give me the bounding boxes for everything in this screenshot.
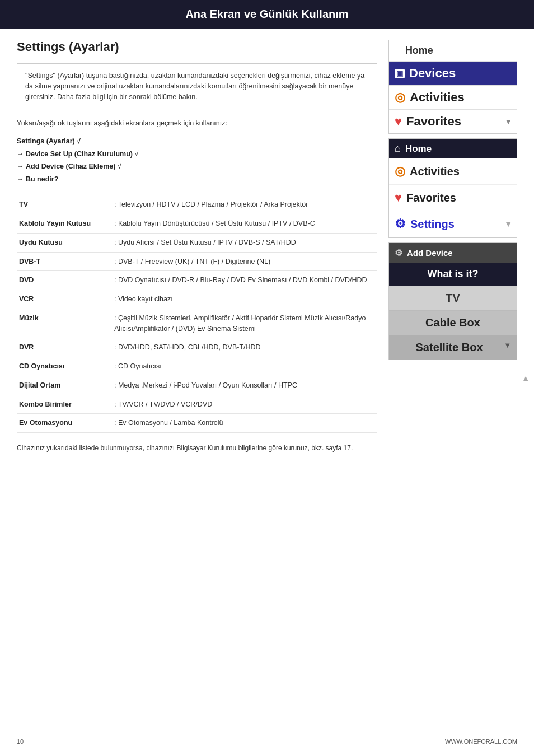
panel1-home-row[interactable]: ⌂ Home	[389, 40, 517, 62]
device-desc: : Çeşitli Müzik Sistemleri, Amplifikatör…	[112, 309, 377, 338]
chevron-down-icon-2: ▼	[504, 220, 512, 228]
panel2-activities-row[interactable]: ◎ Activities	[389, 158, 517, 185]
menu-panel-3: ⚙ Add Device What is it? TV Cable Box Sa…	[388, 242, 517, 360]
panel1-devices-row[interactable]: ▣ Devices	[389, 62, 517, 86]
favorites-icon-2: ♥	[395, 190, 402, 205]
activities-icon-2: ◎	[395, 164, 405, 179]
device-name: DVB-T	[17, 252, 112, 271]
table-row: TV : Televizyon / HDTV / LCD / Plazma / …	[17, 195, 377, 214]
panel3-add-device-row[interactable]: ⚙ Add Device	[389, 243, 517, 263]
menu-panel-2: ⌂ Home ▲ ◎ Activities ♥ Favorites ⚙ Sett…	[388, 138, 517, 238]
intro-text: "Settings" (Ayarlar) tuşuna bastığınızda…	[25, 72, 364, 101]
device-name: VCR	[17, 290, 112, 309]
right-panel: ⌂ Home ▣ Devices ◎ Activities ♥ Favorite…	[388, 40, 517, 453]
panel3-tv-label: TV	[446, 292, 460, 304]
home-icon-2: ⌂	[395, 143, 401, 155]
panel1-activities-label: Activities	[410, 90, 465, 105]
panel3-satellite-row[interactable]: Satellite Box ▼	[389, 335, 517, 360]
website: WWW.ONEFORALL.COM	[445, 738, 517, 745]
table-row: Kablolu Yayın Kutusu : Kablolu Yayın Dön…	[17, 214, 377, 234]
table-row: Müzik : Çeşitli Müzik Sistemleri, Amplif…	[17, 309, 377, 338]
table-row: DVD : DVD Oynatıcısı / DVD-R / Blu-Ray /…	[17, 271, 377, 290]
table-row: CD Oynatıcısı : CD Oynatıcısı	[17, 357, 377, 376]
panel3-what-is-it-row[interactable]: What is it?	[389, 263, 517, 286]
device-name: DVD	[17, 271, 112, 290]
menu-panel-1: ⌂ Home ▣ Devices ◎ Activities ♥ Favorite…	[388, 40, 517, 134]
device-desc: : TV/VCR / TV/DVD / VCR/DVD	[112, 395, 377, 414]
intro-box: "Settings" (Ayarlar) tuşuna bastığınızda…	[17, 63, 377, 109]
panel2-activities-label: Activities	[410, 165, 460, 178]
device-desc: : Video kayıt cihazı	[112, 290, 377, 309]
table-row: Dijital Ortam : Medya ,Merkezi / i-Pod Y…	[17, 376, 377, 395]
header-title: Ana Ekran ve Günlük Kullanım	[11, 8, 523, 21]
menu-item-device-setup: → Device Set Up (Cihaz Kurulumu) √	[17, 148, 377, 161]
table-row: DVR : DVD/HDD, SAT/HDD, CBL/HDD, DVB-T/H…	[17, 338, 377, 357]
device-name: TV	[17, 195, 112, 214]
device-name: DVR	[17, 338, 112, 357]
panel2-home-row[interactable]: ⌂ Home ▲	[389, 139, 517, 158]
chevron-down-icon-3: ▼	[504, 341, 511, 349]
table-row: Kombo Birimler : TV/VCR / TV/DVD / VCR/D…	[17, 395, 377, 414]
panel1-favorites-label: Favorites	[406, 114, 461, 129]
device-desc: : DVD/HDD, SAT/HDD, CBL/HDD, DVB-T/HDD	[112, 338, 377, 357]
device-desc: : Uydu Alıcısı / Set Üstü Kutusu / IPTV …	[112, 233, 377, 252]
panel1-favorites-row[interactable]: ♥ Favorites ▼	[389, 110, 517, 133]
panel3-cable-row[interactable]: Cable Box	[389, 311, 517, 335]
panel2-favorites-label: Favorites	[406, 192, 456, 204]
panel3-add-device-label: Add Device	[407, 248, 453, 258]
panel3-satellite-label: Satellite Box	[416, 341, 483, 353]
chevron-up-icon: ▲	[522, 374, 530, 382]
home-icon: ⌂	[395, 45, 401, 57]
menu-item-settings: Settings (Ayarlar) √	[17, 135, 377, 148]
device-desc: : Medya ,Merkezi / i-Pod Yuvaları / Oyun…	[112, 376, 377, 395]
device-desc: : DVB-T / Freeview (UK) / TNT (F) / Digi…	[112, 252, 377, 271]
device-name: Ev Otomasyonu	[17, 414, 112, 433]
panel3-what-is-it-label: What is it?	[428, 268, 479, 279]
panel2-home-label: Home	[405, 143, 432, 155]
panel2-settings-row[interactable]: ⚙ Settings ▼	[389, 211, 517, 237]
device-desc: : Televizyon / HDTV / LCD / Plazma / Pro…	[112, 195, 377, 214]
device-name: Müzik	[17, 309, 112, 338]
page-header: Ana Ekran ve Günlük Kullanım	[0, 0, 534, 29]
table-row: DVB-T : DVB-T / Freeview (UK) / TNT (F) …	[17, 252, 377, 271]
device-desc: : CD Oynatıcısı	[112, 357, 377, 376]
device-table: TV : Televizyon / HDTV / LCD / Plazma / …	[17, 195, 377, 433]
chevron-down-icon-1: ▼	[504, 117, 512, 126]
device-desc: : Ev Otomasyonu / Lamba Kontrolü	[112, 414, 377, 433]
panel2-settings-label: Settings	[410, 218, 455, 231]
nav-instruction: Yukarı/aşağı ok tuşlarını aşağıdaki ekra…	[17, 119, 377, 127]
device-desc: : Kablolu Yayın Dönüştürücüsü / Set Üstü…	[112, 214, 377, 234]
page-footer: 10 WWW.ONEFORALL.COM	[17, 738, 517, 745]
panel3-tv-row[interactable]: TV	[389, 286, 517, 311]
menu-item-add-device: → Add Device (Cihaz Ekleme) √	[17, 160, 377, 173]
left-content: Settings (Ayarlar) "Settings" (Ayarlar) …	[17, 40, 377, 453]
menu-list: Settings (Ayarlar) √ → Device Set Up (Ci…	[17, 135, 377, 185]
device-name: Kombo Birimler	[17, 395, 112, 414]
settings-icon: ⚙	[395, 217, 406, 231]
footer-note: Cihazınız yukarıdaki listede bulunmuyors…	[17, 443, 377, 453]
page-number: 10	[17, 738, 24, 745]
add-device-icon: ⚙	[395, 248, 402, 258]
table-row: Uydu Kutusu : Uydu Alıcısı / Set Üstü Ku…	[17, 233, 377, 252]
device-name: Kablolu Yayın Kutusu	[17, 214, 112, 234]
panel1-activities-row[interactable]: ◎ Activities	[389, 86, 517, 110]
activities-icon: ◎	[395, 90, 405, 105]
favorites-icon-1: ♥	[395, 114, 402, 129]
table-row: Ev Otomasyonu : Ev Otomasyonu / Lamba Ko…	[17, 414, 377, 433]
section-title: Settings (Ayarlar)	[17, 40, 377, 54]
table-row: VCR : Video kayıt cihazı	[17, 290, 377, 309]
panel2-favorites-row[interactable]: ♥ Favorites	[389, 185, 517, 211]
panel1-devices-label: Devices	[409, 66, 456, 81]
device-name: Dijital Ortam	[17, 376, 112, 395]
panel3-cable-label: Cable Box	[425, 316, 480, 329]
device-name: CD Oynatıcısı	[17, 357, 112, 376]
device-desc: : DVD Oynatıcısı / DVD-R / Blu-Ray / DVD…	[112, 271, 377, 290]
devices-icon: ▣	[395, 69, 405, 78]
panel1-home-label: Home	[405, 45, 433, 57]
menu-item-what-is-it: → Bu nedir?	[17, 173, 377, 186]
device-name: Uydu Kutusu	[17, 233, 112, 252]
